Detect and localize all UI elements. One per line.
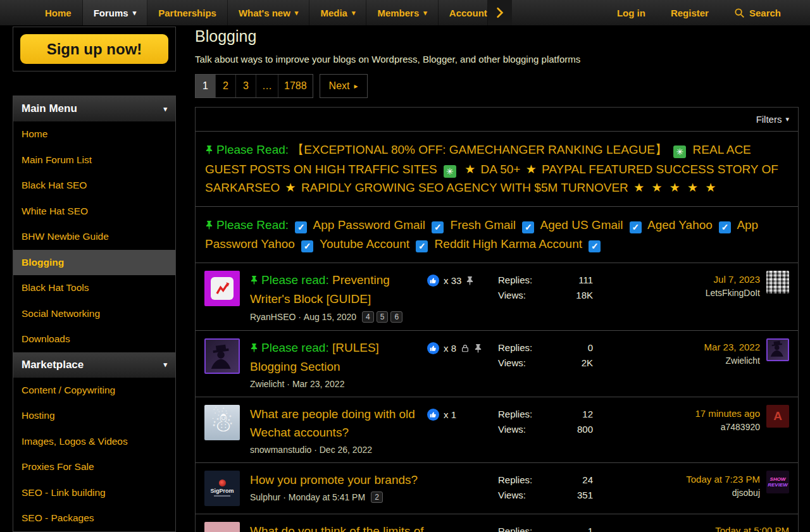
likes-column: x 1 (427, 405, 498, 421)
thread-author-link[interactable]: RyanHSEO (250, 312, 296, 322)
page-button-[interactable]: … (256, 75, 278, 97)
nav-item-forums[interactable]: Forums▾ (83, 0, 148, 25)
last-post-date-link[interactable]: 17 minutes ago (633, 407, 760, 421)
sticky-title-text: App Password Gmail (313, 218, 425, 232)
page-chip[interactable]: 2 (371, 492, 383, 503)
sidebar-item-bhw-newbie-guide[interactable]: BHW Newbie Guide (13, 224, 175, 250)
sidebar-item-seo-link-building[interactable]: SEO - Link building (13, 480, 175, 506)
last-post-date-link[interactable]: Jul 7, 2023 (633, 273, 760, 287)
page-chip[interactable]: 6 (390, 311, 402, 323)
thread-start-date: Monday at 5:41 PM (289, 492, 365, 502)
page-chip[interactable]: 5 (377, 311, 389, 323)
sign-up-button[interactable]: Sign up now! (20, 34, 168, 64)
last-post-date-link[interactable]: Today at 7:23 PM (633, 473, 760, 487)
nav-item-partnerships[interactable]: Partnerships (147, 0, 228, 25)
sigprom-emblem-icon (219, 479, 226, 486)
last-poster-avatar-noise[interactable] (766, 271, 789, 294)
last-post-user-link[interactable]: djsobuj (633, 486, 760, 500)
nav-item-register[interactable]: Register (658, 0, 721, 25)
star-icon: ★ (464, 163, 475, 176)
sticky-thread-row[interactable]: Please Read: 【EXCEPTIONAL 80% OFF: GAMEC… (196, 132, 798, 206)
sticky-list: Please Read: 【EXCEPTIONAL 80% OFF: GAMEC… (196, 132, 798, 263)
snowman-icon: ☃ (210, 409, 234, 436)
page-button-1[interactable]: 1 (196, 75, 216, 97)
nav-scroll-right-button[interactable] (488, 0, 512, 25)
last-post-user-link[interactable]: a7483920 (633, 421, 760, 434)
page-chip[interactable]: 4 (362, 311, 374, 323)
last-post-user-link[interactable]: LetsFkingDoIt (633, 287, 760, 300)
sidebar-section-header-marketplace[interactable]: Marketplace▾ (13, 352, 175, 378)
sticky-thread-title[interactable]: 【EXCEPTIONAL 80% OFF: GAMECHANGER RANKIN… (205, 143, 778, 194)
nav-item-media[interactable]: Media▾ (309, 0, 366, 25)
lock-icon (461, 343, 470, 353)
thread-avatar-pink[interactable] (204, 522, 240, 532)
last-poster-avatar-showreview[interactable]: SHOWREVIEW (766, 471, 789, 493)
thread-author-link[interactable]: snowmanstudio (250, 445, 311, 455)
nav-item-label: What's new (239, 8, 290, 18)
thread-main: How you promote your brands?Sulphur · Mo… (250, 471, 427, 504)
sidebar-section-header-main-menu[interactable]: Main Menu▾ (13, 96, 175, 121)
sidebar-item-content-copywriting[interactable]: Content / Copywriting (13, 378, 175, 404)
thread-title-link[interactable]: What are people doing with old Wechat ac… (250, 405, 427, 442)
stats-column: Replies:24Views:351 (498, 471, 593, 503)
last-post-date-link[interactable]: Mar 23, 2022 (633, 340, 760, 355)
nav-item-search[interactable]: Search (721, 0, 794, 25)
sticky-thread-row[interactable]: Please Read: ✓ App Password Gmail ✓ Fres… (196, 206, 798, 263)
page-button-2[interactable]: 2 (216, 75, 236, 97)
filters-button[interactable]: Filters ▾ (756, 114, 789, 125)
star-icon: ★ (651, 181, 662, 194)
thread-meta: RyanHSEO · Aug 15, 2020456 (250, 311, 427, 323)
page-button-3[interactable]: 3 (236, 75, 256, 97)
sidebar-item-images-logos-videos[interactable]: Images, Logos & Videos (13, 429, 175, 455)
last-poster-avatar-lettera[interactable]: A (766, 405, 789, 428)
thread-avatar-detective[interactable] (204, 338, 240, 374)
nav-item-account[interactable]: Account (439, 0, 488, 25)
thread-author-link[interactable]: Zwielicht (250, 379, 284, 389)
last-post-column: 17 minutes agoa7483920 (633, 405, 760, 435)
thumbs-up-icon (427, 409, 439, 421)
nav-item-members[interactable]: Members▾ (366, 0, 438, 25)
thread-avatar-snowman[interactable]: ☃ (204, 405, 240, 440)
thread-avatar-sigprom[interactable]: SigProm (204, 471, 240, 506)
thread-author-link[interactable]: Sulphur (250, 492, 280, 502)
last-post-user-link[interactable]: Zwielicht (633, 354, 760, 368)
nav-item-what-s-new[interactable]: What's new▾ (228, 0, 309, 25)
star-icon: ★ (670, 181, 680, 194)
likes-column: x 33 (427, 271, 498, 287)
views-value: 800 (577, 422, 593, 437)
thread-title-link[interactable]: Please read: [RULES] Blogging Section (250, 338, 427, 376)
sparkle-icon: ✳ (444, 165, 456, 178)
pin-icon (250, 271, 258, 290)
likes-column: x 8 (427, 338, 498, 354)
sidebar-item-home[interactable]: Home (13, 121, 175, 147)
nav-item-log-in[interactable]: Log in (604, 0, 658, 25)
stats-column: Replies:0Views:2K (498, 338, 593, 371)
last-post-date-link[interactable]: Today at 5:00 PM (663, 524, 789, 532)
sidebar-item-social-networking[interactable]: Social Networking (13, 301, 175, 327)
sidebar-item-seo-packages[interactable]: SEO - Packages (13, 505, 175, 531)
sidebar-item-main-forum-list[interactable]: Main Forum List (13, 147, 175, 173)
sidebar-item-proxies-for-sale[interactable]: Proxies For Sale (13, 454, 175, 480)
next-arrow-icon: ▸ (354, 82, 358, 90)
sidebar-item-downloads[interactable]: Downloads (13, 326, 175, 352)
thread-title-link[interactable]: What do you think of the limits of Twitt… (250, 522, 427, 532)
nav-right: Log in Register Search (604, 0, 810, 25)
sidebar-item-white-hat-seo[interactable]: White Hat SEO (13, 199, 175, 225)
sticky-thread-title[interactable]: ✓ App Password Gmail ✓ Fresh Gmail ✓ Age… (205, 218, 758, 251)
last-poster-avatar-detective[interactable] (766, 338, 789, 361)
nav-item-home[interactable]: Home (34, 0, 83, 25)
sidebar-item-black-hat-seo[interactable]: Black Hat SEO (13, 173, 175, 199)
signup-panel: Sign up now! (13, 27, 176, 71)
sidebar-item-black-hat-tools[interactable]: Black Hat Tools (13, 275, 175, 301)
sidebar-item-blogging[interactable]: Blogging (13, 250, 175, 276)
thread-avatar-chart[interactable] (204, 271, 240, 306)
next-page-button[interactable]: Next ▸ (320, 74, 368, 98)
sticky-title-text: Youtube Account (320, 237, 409, 251)
thread-start-date: Aug 15, 2020 (304, 312, 356, 322)
thread-title-link[interactable]: How you promote your brands? (250, 471, 427, 490)
thread-title-link[interactable]: Please read: Preventing Writer's Block [… (250, 271, 427, 309)
page-button-1788[interactable]: 1788 (278, 75, 313, 97)
search-icon (734, 8, 745, 18)
replies-label: Replies: (498, 340, 532, 356)
sidebar-item-hosting[interactable]: Hosting (13, 403, 175, 429)
